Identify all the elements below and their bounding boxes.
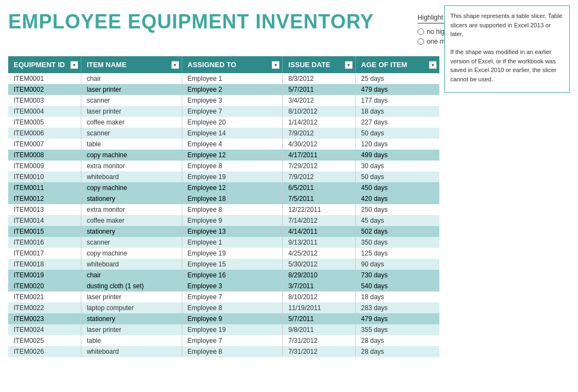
cell-age: 502 days <box>355 226 439 237</box>
cell-item: copy machine <box>81 150 182 161</box>
table-row: ITEM0008copy machineEmployee 124/17/2011… <box>8 150 439 161</box>
cell-id: ITEM0005 <box>8 117 81 128</box>
cell-date: 3/7/2011 <box>283 281 355 292</box>
cell-assigned: Employee 8 <box>182 204 283 215</box>
cell-age: 355 days <box>355 324 439 335</box>
table-row: ITEM0019chairEmployee 168/29/2010730 day… <box>8 270 439 281</box>
cell-item: stationery <box>81 193 182 204</box>
cell-date: 8/10/2012 <box>283 106 355 117</box>
cell-age: 45 days <box>355 215 439 226</box>
cell-date: 4/30/2012 <box>283 139 355 150</box>
cell-assigned: Employee 7 <box>182 335 283 346</box>
cell-id: ITEM0008 <box>8 150 81 161</box>
cell-date: 9/13/2011 <box>283 237 355 248</box>
cell-date: 12/22/2011 <box>283 204 355 215</box>
table-row: ITEM0011copy machineEmployee 126/5/20114… <box>8 182 439 193</box>
cell-date: 3/4/2012 <box>283 95 355 106</box>
page-container: EMPLOYEE EQUIPMENT INVENTORY Highlight I… <box>0 0 578 392</box>
cell-id: ITEM0022 <box>8 302 81 313</box>
table-row: ITEM0020dusting cloth (1 set)Employee 33… <box>8 281 439 292</box>
cell-assigned: Employee 4 <box>182 139 283 150</box>
cell-date: 7/9/2012 <box>283 171 355 182</box>
filter-arrow-age[interactable]: ▼ <box>429 61 437 69</box>
table-row: ITEM0010whiteboardEmployee 197/9/201250 … <box>8 171 439 182</box>
cell-assigned: Employee 1 <box>182 73 283 84</box>
cell-assigned: Employee 19 <box>182 248 283 259</box>
col-header-assigned-to[interactable]: ASSIGNED TO ▼ <box>182 56 283 73</box>
cell-id: ITEM0023 <box>8 313 81 324</box>
cell-id: ITEM0015 <box>8 226 81 237</box>
table-row: ITEM0023stationeryEmployee 95/7/2011479 … <box>8 313 439 324</box>
table-row: ITEM0007tableEmployee 44/30/2012120 days <box>8 139 439 150</box>
col-label-item-name: ITEM NAME <box>87 61 127 69</box>
col-header-item-name[interactable]: ITEM NAME ▼ <box>81 56 182 73</box>
table-row: ITEM0013extra monitorEmployee 812/22/201… <box>8 204 439 215</box>
cell-date: 7/31/2012 <box>283 346 355 357</box>
cell-age: 50 days <box>355 128 439 139</box>
cell-item: coffee maker <box>81 117 182 128</box>
filter-arrow-date[interactable]: ▼ <box>345 61 353 69</box>
cell-id: ITEM0018 <box>8 259 81 270</box>
cell-id: ITEM0007 <box>8 139 81 150</box>
cell-item: table <box>81 335 182 346</box>
table-row: ITEM0009extra monitorEmployee 87/29/2012… <box>8 161 439 171</box>
table-row: ITEM0014coffee makerEmployee 97/14/20124… <box>8 215 439 226</box>
table-row: ITEM0002laser printerEmployee 25/7/20114… <box>8 84 439 95</box>
cell-item: laser printer <box>81 292 182 302</box>
table-row: ITEM0017copy machineEmployee 194/25/2012… <box>8 248 439 259</box>
cell-id: ITEM0017 <box>8 248 81 259</box>
cell-id: ITEM0011 <box>8 182 81 193</box>
cell-date: 8/10/2012 <box>283 292 355 302</box>
cell-assigned: Employee 20 <box>182 117 283 128</box>
cell-id: ITEM0025 <box>8 335 81 346</box>
cell-item: extra monitor <box>81 161 182 171</box>
cell-age: 227 days <box>355 117 439 128</box>
table-body: ITEM0001chairEmployee 18/3/201225 daysIT… <box>8 73 439 357</box>
table-row: ITEM0022laptop computerEmployee 811/19/2… <box>8 302 439 313</box>
cell-date: 1/14/2012 <box>283 117 355 128</box>
table-row: ITEM0026whiteboardEmployee 87/31/201228 … <box>8 346 439 357</box>
cell-age: 479 days <box>355 84 439 95</box>
cell-id: ITEM0009 <box>8 161 81 171</box>
cell-date: 8/29/2010 <box>283 270 355 281</box>
table-row: ITEM0024laser printerEmployee 199/8/2011… <box>8 324 439 335</box>
table-row: ITEM0018whiteboardEmployee 155/30/201290… <box>8 259 439 270</box>
cell-assigned: Employee 9 <box>182 313 283 324</box>
col-header-issue-date[interactable]: ISSUE DATE ▼ <box>283 56 355 73</box>
cell-age: 120 days <box>355 139 439 150</box>
filter-arrow-assigned[interactable]: ▼ <box>272 61 279 69</box>
cell-assigned: Employee 18 <box>182 193 283 204</box>
col-header-equipment-id[interactable]: EQUIPMENT ID ▼ <box>8 56 81 73</box>
cell-assigned: Employee 8 <box>182 161 283 171</box>
page-title: EMPLOYEE EQUIPMENT INVENTORY <box>8 11 374 33</box>
table-row: ITEM0012stationeryEmployee 187/5/2011420… <box>8 193 439 204</box>
cell-item: coffee maker <box>81 215 182 226</box>
table-wrapper: EQUIPMENT ID ▼ ITEM NAME ▼ ASSIGNED TO ▼… <box>8 56 570 357</box>
table-row: ITEM0015stationeryEmployee 134/14/201150… <box>8 226 439 237</box>
cell-date: 7/9/2012 <box>283 128 355 139</box>
cell-item: stationery <box>81 313 182 324</box>
table-row: ITEM0021laser printerEmployee 78/10/2012… <box>8 292 439 302</box>
col-label-issue-date: ISSUE DATE <box>288 61 330 69</box>
cell-age: 90 days <box>355 259 439 270</box>
cell-item: whiteboard <box>81 171 182 182</box>
cell-assigned: Employee 2 <box>182 84 283 95</box>
cell-age: 283 days <box>355 302 439 313</box>
cell-date: 5/7/2011 <box>283 84 355 95</box>
cell-assigned: Employee 15 <box>182 259 283 270</box>
cell-item: scanner <box>81 128 182 139</box>
cell-item: whiteboard <box>81 346 182 357</box>
filter-arrow-item[interactable]: ▼ <box>171 61 179 69</box>
col-header-age-of-item[interactable]: AGE OF ITEM ▼ <box>355 56 439 73</box>
filter-arrow-id[interactable]: ▼ <box>70 61 78 69</box>
cell-age: 499 days <box>355 150 439 161</box>
radio-circle-1month <box>418 38 424 45</box>
cell-item: extra monitor <box>81 204 182 215</box>
cell-date: 4/17/2011 <box>283 150 355 161</box>
cell-id: ITEM0021 <box>8 292 81 302</box>
cell-id: ITEM0026 <box>8 346 81 357</box>
cell-age: 28 days <box>355 346 439 357</box>
cell-age: 30 days <box>355 161 439 171</box>
cell-age: 50 days <box>355 171 439 182</box>
table-row: ITEM0006scannerEmployee 147/9/201250 day… <box>8 128 439 139</box>
